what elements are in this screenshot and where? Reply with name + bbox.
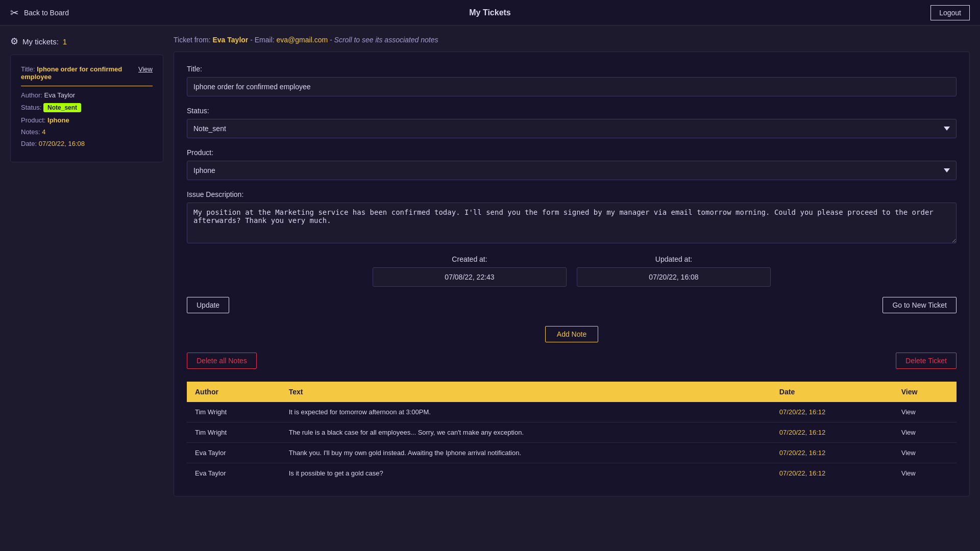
note-view-link[interactable]: View	[893, 422, 957, 443]
notes-table: Author Text Date View Tim WrightIt is ex…	[187, 382, 957, 483]
status-field-label: Status:	[187, 107, 957, 115]
date-value: 07/20/22, 16:08	[39, 140, 85, 147]
divider	[21, 86, 153, 86]
sidebar-header: ⚙ My tickets: 1	[10, 36, 163, 47]
add-note-button[interactable]: Add Note	[545, 326, 598, 342]
note-view-link[interactable]: View	[893, 443, 957, 463]
note-date: 07/20/22, 16:12	[771, 443, 893, 463]
note-author: Tim Wright	[187, 402, 281, 422]
author-field: Author: Eva Taylor	[21, 91, 153, 99]
dates-row: Created at: Updated at:	[187, 255, 957, 287]
email-label: Email:	[255, 36, 275, 44]
ticket-email: eva@gmail.com	[277, 36, 328, 44]
logout-button[interactable]: Logout	[930, 5, 970, 20]
form-actions: Update Go to New Ticket	[187, 297, 957, 313]
product-form-field: Product: IphoneMacbookiPadApple Watch	[187, 148, 957, 180]
note-view-link[interactable]: View	[893, 402, 957, 422]
gear-icon: ⚙	[10, 36, 18, 47]
table-row: Eva TaylorThank you. I'll buy my own gol…	[187, 443, 957, 463]
created-input[interactable]	[373, 267, 567, 287]
note-date: 07/20/22, 16:12	[771, 463, 893, 484]
ticket-info-bar: Ticket from: Eva Taylor - Email: eva@gma…	[174, 36, 970, 44]
note-view-link[interactable]: View	[893, 463, 957, 484]
status-badge: Note_sent	[43, 103, 81, 112]
tool-icon: ✂	[10, 7, 19, 19]
delete-ticket-button[interactable]: Delete Ticket	[896, 353, 957, 369]
note-text: Is it possible to get a gold case?	[281, 463, 771, 484]
status-label: Status:	[21, 104, 41, 111]
status-field: Status: Note_sent	[21, 103, 153, 112]
sidebar-tickets-count: 1	[63, 37, 67, 46]
product-label: Product:	[21, 116, 45, 124]
from-label: Ticket from:	[174, 36, 211, 44]
delete-all-notes-button[interactable]: Delete all Notes	[187, 353, 257, 369]
col-author: Author	[187, 382, 281, 402]
product-field-label: Product:	[187, 148, 957, 157]
note-date: 07/20/22, 16:12	[771, 422, 893, 443]
go-new-ticket-button[interactable]: Go to New Ticket	[883, 297, 957, 313]
table-row: Tim WrightThe rule is a black case for a…	[187, 422, 957, 443]
note-date: 07/20/22, 16:12	[771, 402, 893, 422]
product-field: Product: Iphone	[21, 116, 153, 124]
title-input[interactable]	[187, 77, 957, 96]
top-nav-right: Logout	[930, 5, 970, 20]
notes-label: Notes:	[21, 128, 40, 136]
scroll-note: - Scroll to see its associated notes	[330, 36, 438, 44]
ticket-card: Title: Iphone order for confirmed employ…	[10, 55, 163, 162]
sidebar: ⚙ My tickets: 1 Title: Iphone order for …	[10, 36, 163, 162]
page-title: My Tickets	[469, 8, 511, 17]
notes-table-header-row: Author Text Date View	[187, 382, 957, 402]
delete-row: Delete all Notes Delete Ticket	[187, 353, 957, 369]
author-value: Eva Taylor	[44, 91, 75, 99]
col-text: Text	[281, 382, 771, 402]
note-author: Eva Taylor	[187, 443, 281, 463]
sidebar-tickets-label: My tickets:	[22, 37, 59, 46]
col-view: View	[893, 382, 957, 402]
add-note-row: Add Note	[187, 326, 957, 342]
product-value: Iphone	[47, 116, 69, 124]
notes-value: 4	[42, 128, 45, 136]
top-nav: ✂ Back to Board My Tickets Logout	[0, 0, 980, 26]
date-label: Date:	[21, 140, 37, 147]
update-button[interactable]: Update	[187, 297, 229, 313]
ticket-card-title-text: Title: Iphone order for confirmed employ…	[21, 65, 138, 81]
product-select[interactable]: IphoneMacbookiPadApple Watch	[187, 161, 957, 180]
main-layout: ⚙ My tickets: 1 Title: Iphone order for …	[0, 26, 980, 507]
ticket-form: Title: Status: Note_sentOpenClosedPendin…	[174, 52, 970, 496]
col-date: Date	[771, 382, 893, 402]
ticket-author: Eva Taylor	[213, 36, 249, 44]
description-form-field: Issue Description: My position at the Ma…	[187, 190, 957, 245]
notes-table-header: Author Text Date View	[187, 382, 957, 402]
table-row: Eva TaylorIs it possible to get a gold c…	[187, 463, 957, 484]
title-form-field: Title:	[187, 65, 957, 96]
back-label: Back to Board	[24, 9, 69, 17]
email-separator: -	[250, 36, 255, 44]
created-label: Created at:	[373, 255, 567, 263]
status-form-field: Status: Note_sentOpenClosedPending	[187, 107, 957, 138]
note-author: Eva Taylor	[187, 463, 281, 484]
updated-input[interactable]	[577, 267, 771, 287]
description-field-label: Issue Description:	[187, 190, 957, 198]
title-field-label: Title:	[187, 65, 957, 73]
updated-at-field: Updated at:	[577, 255, 771, 287]
table-row: Tim WrightIt is expected for tomorrow af…	[187, 402, 957, 422]
author-label: Author:	[21, 91, 42, 99]
status-select[interactable]: Note_sentOpenClosedPending	[187, 119, 957, 138]
note-text: The rule is a black case for all employe…	[281, 422, 771, 443]
main-content: Ticket from: Eva Taylor - Email: eva@gma…	[174, 36, 970, 496]
created-at-field: Created at:	[373, 255, 567, 287]
updated-label: Updated at:	[577, 255, 771, 263]
notes-field: Notes: 4	[21, 128, 153, 136]
sidebar-view-link[interactable]: View	[138, 65, 153, 73]
ticket-card-title-row: Title: Iphone order for confirmed employ…	[21, 65, 153, 81]
note-author: Tim Wright	[187, 422, 281, 443]
note-text: Thank you. I'll buy my own gold instead.…	[281, 443, 771, 463]
date-field: Date: 07/20/22, 16:08	[21, 140, 153, 147]
ticket-title-value: Iphone order for confirmed employee	[21, 65, 122, 81]
title-label: Title:	[21, 65, 35, 73]
note-text: It is expected for tomorrow afternoon at…	[281, 402, 771, 422]
back-to-board-button[interactable]: ✂ Back to Board	[10, 7, 69, 19]
description-textarea[interactable]: My position at the Marketing service has…	[187, 203, 957, 243]
notes-table-body: Tim WrightIt is expected for tomorrow af…	[187, 402, 957, 483]
